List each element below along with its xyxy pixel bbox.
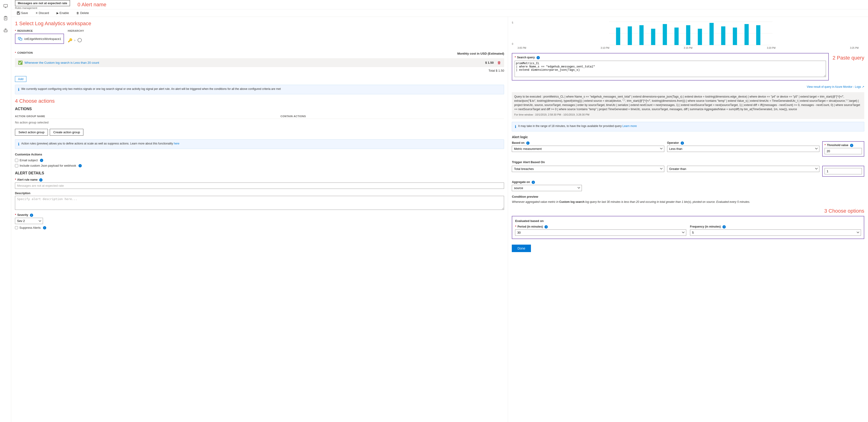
select-action-group-button[interactable]: Select action group [15,129,48,136]
aggregate-dropdown-wrapper: source [512,185,864,191]
svg-rect-29 [710,23,714,45]
period-dropdown-wrapper: 5 10 15 30 45 60 [515,229,686,236]
chart-svg [517,21,864,46]
info-icon: ℹ [18,87,20,92]
add-condition-button[interactable]: Add [15,76,26,82]
trigger-threshold-input[interactable] [825,168,862,174]
json-payload-info-icon: i [79,164,82,167]
resource-box[interactable]: iotEdgeMetricsWorkspace1 [15,34,64,44]
severity-info-icon: i [30,214,33,217]
description-textarea[interactable] [15,196,504,210]
trigger-row: Total breaches Consecutive breaches Grea… [512,166,864,177]
create-action-group-button[interactable]: Create action group [50,129,83,136]
aggregate-select[interactable]: source [512,185,582,191]
svg-point-8 [5,29,6,30]
trigger-operator-select[interactable]: Greater than Less than [667,166,819,172]
chart-x-labels: 3:05 PM 3:10 PM 3:15 PM 3:20 PM 3:25 PM [512,47,864,49]
chart-x-2: 3:10 PM [600,47,609,49]
severity-select[interactable]: Sev 2 Sev 0 Sev 1 Sev 3 Sev 4 [15,218,43,224]
workspace-icon [18,36,23,41]
key-icon: 🔑 [68,38,72,42]
resource-col: * RESOURCE iotEdgeMetricsWorkspace1 [15,29,64,47]
svg-rect-31 [733,28,737,45]
trigger-operator-field: Greater than Less than [667,166,819,172]
action-buttons: Select action group Create action group [15,129,504,136]
svg-point-17 [78,38,82,42]
trigger-type-select[interactable]: Total breaches Consecutive breaches [512,166,664,172]
condition-header-row: * CONDITION Monthly cost in USD (Estimat… [15,51,504,56]
action-group-name-col: ACTION GROUP NAME [15,114,281,119]
search-query-textarea[interactable]: promMetrics_CL | where Name_s == "edgehu… [515,61,826,77]
svg-rect-13 [18,12,19,12]
chart-x-1: 3:05 PM [517,47,526,49]
chevron-right-icon: › [74,38,75,42]
toolbar: Save ✕ Discard ▶ Enable 🗑 Delete [11,9,868,17]
sidebar-icon-robot[interactable] [1,26,10,35]
condition-link[interactable]: Whenever the Custom log search is Less t… [25,61,99,64]
view-result-link[interactable]: View result of query in Azure Monitor - … [807,85,864,89]
save-button[interactable]: Save [15,10,30,15]
chart-y-5: 5 [512,22,513,24]
period-label: * Period (in minutes) i [515,225,686,228]
resource-hierarchy-row: * RESOURCE iotEdgeMetricsWorkspace1 [15,29,504,47]
svg-point-10 [4,31,5,31]
step1-header: 1 Select Log Analytics workspace [15,21,504,27]
frequency-field: Frequency (in minutes) i 1 5 10 15 30 [690,225,861,236]
condition-cost: $ 1.50 [485,61,494,64]
total-row: Total $ 1.50 [15,69,504,72]
search-query-section: * Search query i promMetrics_CL | where … [512,53,829,80]
email-subject-row: Email subject i [15,159,504,162]
enable-button[interactable]: ▶ Enable [55,10,71,15]
save-icon [17,11,20,15]
sidebar-icon-clipboard[interactable] [1,14,10,23]
json-payload-row: Include custom Json payload for webhook … [15,164,504,167]
action-table: ACTION GROUP NAME CONTAIN ACTIONS No act… [15,114,504,126]
based-on-select[interactable]: Metric measurement Number of results [512,145,664,152]
json-payload-checkbox[interactable] [15,164,18,167]
step4-label: 4 Choose actions [15,98,55,104]
svg-rect-16 [20,38,22,40]
sidebar-icon-monitor[interactable] [1,2,10,10]
suppress-checkbox[interactable] [15,226,18,229]
alert-rule-name-label: * Alert rule name i [15,178,504,182]
customize-title: Customize Actions [15,153,504,156]
operator-select[interactable]: Greater than Less than Equal to [667,145,819,152]
alert-name-box: Messages are not at expected rate [15,0,70,6]
delete-icon: 🗑 [76,11,79,15]
svg-point-11 [6,31,6,31]
discard-button[interactable]: ✕ Discard [34,10,51,15]
based-on-info-icon: i [526,141,530,145]
alert-details-section: ALERT DETAILS * Alert rule name i Descri… [15,171,504,229]
external-link-icon: ↗ [862,85,864,89]
done-button[interactable]: Done [512,245,531,252]
email-subject-checkbox[interactable] [15,159,18,162]
header-bar: Messages are not at expected rate Rules … [11,0,868,9]
sidebar [0,0,11,422]
svg-rect-30 [721,26,725,45]
actions-section-header: ACTIONS [15,107,504,111]
based-on-field: Based on i Metric measurement Number of … [512,141,664,152]
action-info-box: ℹ Action rules (preview) allows you to d… [15,139,504,149]
operator-dropdown-wrapper: Greater than Less than Equal to [667,145,819,152]
suppress-info-icon: i [43,226,46,229]
delete-condition-button[interactable]: 🗑 [497,61,501,65]
delete-button[interactable]: 🗑 Delete [74,10,91,15]
frequency-label: Frequency (in minutes) i [690,225,861,228]
action-info-link[interactable]: here [174,142,179,145]
alert-rule-name-input[interactable] [15,183,504,189]
period-select[interactable]: 5 10 15 30 45 60 [515,229,686,236]
frequency-select[interactable]: 1 5 10 15 30 [690,229,861,236]
alert-title-block: Messages are not at expected rate Rules … [15,0,74,9]
threshold-input[interactable] [825,148,862,154]
workspace-name: iotEdgeMetricsWorkspace1 [24,37,61,41]
aggregate-info-icon: i [532,181,535,184]
svg-rect-14 [18,13,20,14]
hierarchy-label: HIERARCHY [68,29,504,32]
trigger-threshold-field [822,166,864,177]
learn-more-link[interactable]: Learn more [622,124,637,128]
action-info-text: Action rules (preview) allows you to def… [21,142,179,147]
right-panel: 5 0 [508,17,868,422]
svg-rect-23 [640,25,644,45]
evaluated-row: * Period (in minutes) i 5 10 15 30 [515,225,861,236]
trigger-threshold-box [822,166,864,177]
